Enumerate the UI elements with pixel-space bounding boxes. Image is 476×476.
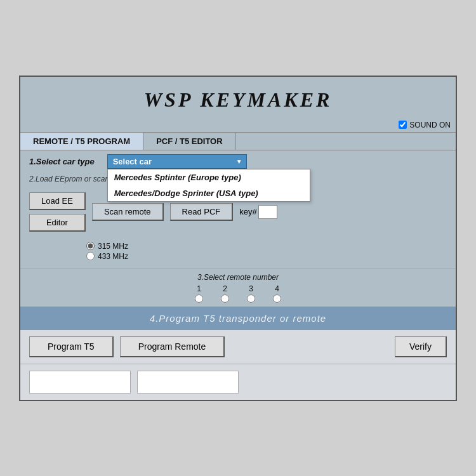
freq-315-radio[interactable] (86, 242, 95, 250)
freq-433-label: 433 MHz (98, 252, 128, 261)
select-car-wrapper: Select car Mercedes Sptinter (Europe typ… (107, 154, 247, 169)
step3-label: 3.Select remote number (29, 273, 447, 282)
app-title: WSP KEYMAKER (27, 88, 449, 112)
remote-num-2: 2 (221, 284, 229, 303)
editor-button[interactable]: Editor (29, 214, 86, 232)
program-t5-button[interactable]: Program T5 (29, 336, 114, 357)
left-buttons: Load EE Editor (29, 192, 86, 232)
bottom-section (20, 364, 456, 400)
bottom-box-right (137, 371, 239, 393)
remote-num-4: 4 (273, 284, 281, 303)
title-bar: WSP KEYMAKER (20, 77, 456, 119)
sound-on-row: SOUND ON (20, 119, 456, 132)
program-section: Program T5 Program Remote Verify (20, 330, 456, 364)
bottom-box-left (29, 371, 131, 393)
car-type-dropdown: Mercedes Sptinter (Europe type) Mercedes… (107, 169, 310, 202)
freq-433-item: 433 MHz (86, 252, 128, 261)
key-hash-input[interactable] (258, 205, 277, 219)
remote-radio-2[interactable] (221, 294, 229, 303)
step4-section: 4.Program T5 transponder or remote (20, 307, 456, 330)
sound-checkbox[interactable] (399, 121, 407, 129)
verify-button[interactable]: Verify (395, 336, 447, 357)
dropdown-item-usa[interactable]: Mercedes/Dodge Sprinter (USA type) (108, 185, 310, 201)
remote-numbers: 1 2 3 4 (29, 284, 447, 303)
main-window: WSP KEYMAKER SOUND ON REMOTE / T5 PROGRA… (19, 76, 457, 401)
read-pcf-button[interactable]: Read PCF (170, 203, 234, 221)
freq-315-label: 315 MHz (98, 242, 128, 251)
key-hash-wrapper: key# (239, 205, 277, 219)
tabs-row: REMOTE / T5 PROGRAM PCF / T5 EDITOR (20, 132, 456, 150)
remote-num-1: 1 (195, 284, 203, 303)
right-buttons: Scan remote Read PCF key# (92, 203, 447, 221)
step1-section: 1.Select car type Select car Mercedes Sp… (20, 150, 456, 173)
step1-label: 1.Select car type (29, 157, 95, 166)
step4-label: 4.Program T5 transponder or remote (29, 313, 447, 324)
remote-radio-4[interactable] (273, 294, 281, 303)
remote-num-3: 3 (247, 284, 255, 303)
freq-315-item: 315 MHz (86, 242, 128, 251)
tab-remote-t5[interactable]: REMOTE / T5 PROGRAM (20, 133, 143, 150)
key-hash-label: key# (239, 207, 256, 216)
load-ee-button[interactable]: Load EE (29, 192, 86, 210)
step3-section: 3.Select remote number 1 2 3 4 (20, 268, 456, 307)
dropdown-item-europe[interactable]: Mercedes Sptinter (Europe type) (108, 169, 310, 185)
sound-label: SOUND ON (409, 121, 451, 129)
scan-remote-button[interactable]: Scan remote (92, 203, 164, 221)
program-remote-button[interactable]: Program Remote (120, 336, 225, 357)
remote-radio-1[interactable] (195, 294, 203, 303)
remote-radio-3[interactable] (247, 294, 255, 303)
select-car-button[interactable]: Select car (107, 154, 247, 169)
freq-options: 315 MHz 433 MHz (86, 238, 128, 262)
frequency-section: 315 MHz 433 MHz (20, 237, 456, 268)
freq-433-radio[interactable] (86, 252, 95, 260)
tab-pcf-t5[interactable]: PCF / T5 EDITOR (143, 133, 236, 150)
